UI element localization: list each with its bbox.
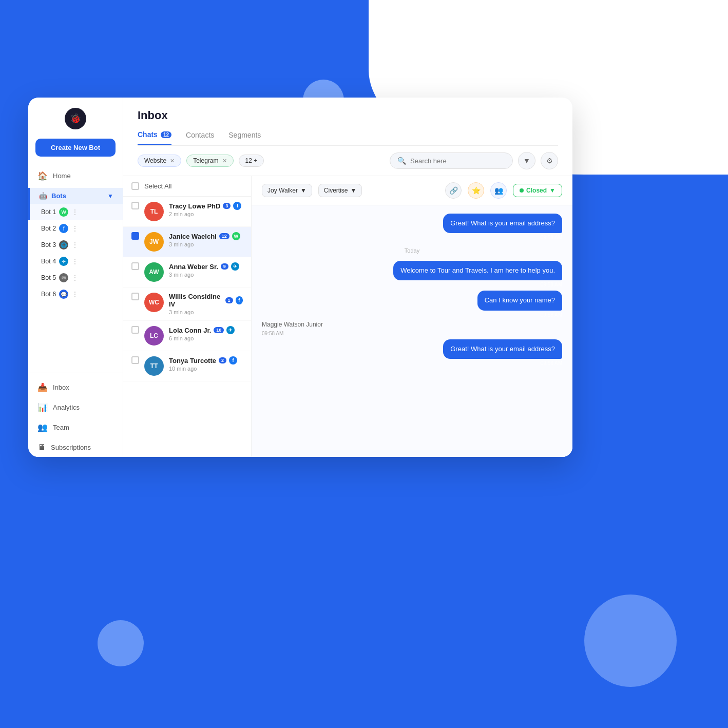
sidebar-item-home[interactable]: 🏠 Home (28, 166, 123, 186)
filter-telegram-remove-icon[interactable]: ✕ (222, 158, 227, 164)
agent-name: Joy Walker (267, 187, 298, 194)
conversation-link-button[interactable]: 🔗 (445, 182, 462, 199)
filter-website-label: Website (144, 157, 166, 164)
chat-info-3: Anna Weber Sr. 9 ✈ 3 min ago (169, 262, 243, 278)
chat-checkbox-6[interactable] (131, 356, 139, 364)
tab-contacts[interactable]: Contacts (186, 130, 214, 145)
team-select[interactable]: Civertise ▼ (318, 184, 362, 197)
conversation-agents-button[interactable]: 👥 (490, 182, 507, 199)
chat-checkbox-1[interactable] (131, 202, 139, 209)
bot3-name: Bot 3 (41, 241, 56, 248)
message-4: Can I know your name? 09:58 AM (262, 291, 562, 317)
whatsapp-icon: W (59, 207, 68, 217)
chat-info-1: Tracy Lowe PhD 3 f 2 min ago (169, 202, 243, 217)
bg-circle-bottom-left (98, 620, 144, 666)
chat-count-4: 1 (225, 297, 233, 303)
sidebar-item-analytics[interactable]: 📊 Analytics (28, 397, 123, 417)
bot1-menu-icon[interactable]: ⋮ (71, 208, 79, 216)
message-3: Welcome to Tour and Travels. I am here t… (262, 261, 562, 288)
tab-chats[interactable]: Chats 12 (138, 130, 171, 145)
msg-time-3: 09:58 AM (541, 282, 562, 288)
chat-checkbox-5[interactable] (131, 326, 139, 334)
tab-segments[interactable]: Segments (228, 130, 261, 145)
team-label: Team (53, 424, 69, 431)
chat-item-2[interactable]: JW Janice Waelchi 12 W 3 min ago (123, 227, 251, 257)
filter-button[interactable]: ▼ (518, 152, 535, 169)
tab-contacts-label: Contacts (186, 131, 214, 139)
search-box: 🔍 (390, 152, 513, 169)
filter-website[interactable]: Website ✕ (138, 155, 181, 167)
people-icon: 👥 (494, 186, 503, 195)
chat-item-4[interactable]: WC Willis Considine IV 1 f 3 min ago (123, 288, 251, 321)
sidebar-item-bot1[interactable]: Bot 1 W ⋮ (28, 204, 123, 220)
select-all-checkbox[interactable] (131, 182, 139, 190)
create-new-bot-button[interactable]: Create New Bot (35, 139, 116, 157)
status-label: Closed (526, 187, 547, 194)
status-chevron-icon: ▼ (549, 187, 555, 194)
facebook-icon: f (59, 224, 68, 233)
chat-name-row-3: Anna Weber Sr. 9 ✈ (169, 262, 243, 271)
sidebar-item-bot3[interactable]: Bot 3 🌐 ⋮ (28, 237, 123, 253)
filter-telegram[interactable]: Telegram ✕ (186, 155, 233, 167)
chat-info-4: Willis Considine IV 1 f 3 min ago (169, 293, 243, 315)
chat-count-1: 3 (223, 203, 231, 209)
subscriptions-label: Subscriptions (51, 444, 91, 451)
chat-time-2: 3 min ago (169, 241, 243, 247)
analytics-icon: 📊 (37, 403, 48, 412)
filter-more-button[interactable]: 12 + (239, 155, 264, 167)
sidebar-item-bot2[interactable]: Bot 2 f ⋮ (28, 220, 123, 237)
chat-checkbox-2[interactable] (131, 232, 139, 240)
chat-name-5: Lola Conn Jr. (169, 327, 211, 334)
chat-item-5[interactable]: LC Lola Conn Jr. 10 ✈ 6 min ago (123, 321, 251, 351)
team-icon: 👥 (37, 423, 48, 432)
search-input[interactable] (410, 157, 492, 165)
bot1-name: Bot 1 (41, 208, 56, 216)
chat-name-6: Tonya Turcotte (169, 357, 216, 365)
avatar-5: LC (144, 326, 164, 346)
chat-time-1: 2 min ago (169, 211, 243, 217)
chat-checkbox-4[interactable] (131, 293, 139, 300)
star-icon: ⭐ (472, 186, 481, 195)
team-chevron-icon: ▼ (350, 187, 356, 194)
chat-checkbox-3[interactable] (131, 262, 139, 270)
sidebar-item-subscriptions[interactable]: 🖥 Subscriptions (28, 437, 123, 457)
chat-item-6[interactable]: TT Tonya Turcotte 2 f 10 min ago (123, 351, 251, 381)
avatar-2: JW (144, 232, 164, 252)
status-closed-badge[interactable]: Closed ▼ (513, 184, 562, 197)
settings-button[interactable]: ⚙ (541, 152, 558, 169)
chat-item-1[interactable]: TL Tracy Lowe PhD 3 f 2 min ago (123, 197, 251, 227)
avatar-6: TT (144, 356, 164, 376)
sidebar-item-bot6[interactable]: Bot 6 💬 ⋮ (28, 286, 123, 302)
bot5-menu-icon[interactable]: ⋮ (71, 274, 79, 282)
chat-item-3[interactable]: AW Anna Weber Sr. 9 ✈ 3 min ago (123, 257, 251, 288)
platform-icon-4: f (236, 296, 243, 304)
sidebar: 🐞 Create New Bot 🏠 Home 🤖 Bots ▼ Bot 1 W… (28, 98, 123, 457)
select-all-row[interactable]: Select All (123, 176, 251, 197)
bot4-menu-icon[interactable]: ⋮ (71, 257, 79, 265)
avatar-1: TL (144, 202, 164, 221)
bot3-menu-icon[interactable]: ⋮ (71, 241, 79, 249)
avatar-4: WC (144, 293, 164, 312)
bots-nav-header[interactable]: 🤖 Bots ▼ (28, 188, 123, 204)
sidebar-home-label: Home (53, 172, 71, 180)
sidebar-item-bot5[interactable]: Bot 5 ✉ ⋮ (28, 270, 123, 286)
filter-website-remove-icon[interactable]: ✕ (170, 158, 175, 164)
msg-bubble-1: Great! What is your email address? (443, 214, 562, 233)
message-5: Maggie Watson Junior 09:58 AM (262, 321, 562, 336)
bot2-menu-icon[interactable]: ⋮ (71, 224, 79, 233)
tab-segments-label: Segments (228, 131, 261, 139)
sidebar-item-team[interactable]: 👥 Team (28, 417, 123, 437)
conversation-star-button[interactable]: ⭐ (468, 182, 484, 199)
chat-name-3: Anna Weber Sr. (169, 263, 218, 271)
bot6-menu-icon[interactable]: ⋮ (71, 290, 79, 298)
agent-select[interactable]: Joy Walker ▼ (262, 184, 312, 197)
link-icon: 🔗 (449, 186, 458, 195)
search-icon: 🔍 (397, 157, 406, 165)
filter-bar: Website ✕ Telegram ✕ 12 + 🔍 ▼ ⚙ (123, 146, 572, 176)
conversation-panel: Joy Walker ▼ Civertise ▼ 🔗 ⭐ (252, 176, 572, 457)
sidebar-item-inbox[interactable]: 📥 Inbox (28, 377, 123, 397)
sidebar-item-bot4[interactable]: Bot 4 ✈ ⋮ (28, 253, 123, 270)
subscriptions-icon: 🖥 (37, 443, 46, 452)
chat-time-3: 3 min ago (169, 272, 243, 278)
chat-count-2: 12 (219, 233, 229, 239)
